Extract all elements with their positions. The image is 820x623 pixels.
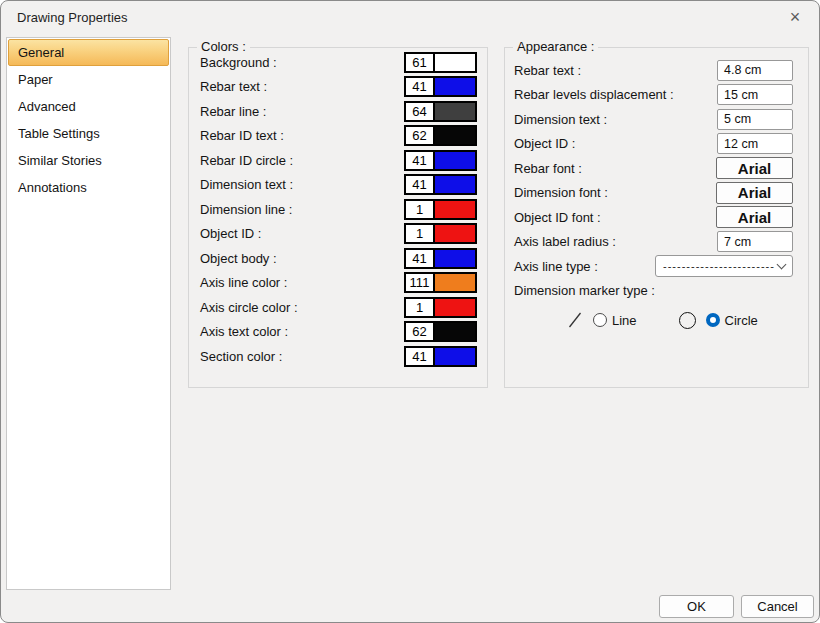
color-row-label: Rebar text :	[200, 79, 267, 94]
object-id-label: Object ID :	[514, 136, 575, 151]
sidebar-item-paper[interactable]: Paper	[8, 66, 169, 93]
drawing-properties-dialog: Drawing Properties × GeneralPaperAdvance…	[0, 0, 820, 623]
appearance-group-title: Appearance :	[513, 39, 598, 54]
rebar-levels-displacement-input[interactable]: 15 cm	[717, 84, 793, 105]
appearance-row: Rebar font : Arial	[514, 156, 793, 181]
color-value-box[interactable]: 41	[404, 76, 477, 97]
color-value-box[interactable]: 62	[404, 125, 477, 146]
axis-line-type-label: Axis line type :	[514, 259, 598, 274]
color-swatch[interactable]	[435, 323, 475, 340]
color-row: Dimension line :1	[200, 197, 477, 222]
radio-circle[interactable]	[706, 313, 720, 327]
color-number-field[interactable]: 111	[406, 274, 435, 291]
color-row: Dimension text :41	[200, 173, 477, 198]
color-number-field[interactable]: 41	[406, 152, 435, 169]
color-row-label: Object ID :	[200, 226, 261, 241]
object-id-input[interactable]: 12 cm	[717, 133, 793, 154]
color-value-box[interactable]: 41	[404, 248, 477, 269]
color-swatch[interactable]	[435, 103, 475, 120]
color-row: Section color :41	[200, 344, 477, 369]
color-swatch[interactable]	[435, 348, 475, 365]
axis-label-radius-label: Axis label radius :	[514, 234, 616, 249]
radio-line-label: Line	[612, 313, 637, 328]
color-number-field[interactable]: 41	[406, 348, 435, 365]
color-swatch[interactable]	[435, 225, 475, 242]
color-swatch[interactable]	[435, 127, 475, 144]
color-swatch[interactable]	[435, 152, 475, 169]
axis-line-type-select[interactable]: ------------------------	[655, 255, 793, 277]
appearance-row: Axis line type : -----------------------…	[514, 254, 793, 279]
object-id-font-label: Object ID font :	[514, 210, 601, 225]
cancel-button[interactable]: Cancel	[741, 595, 814, 618]
color-number-field[interactable]: 1	[406, 299, 435, 316]
color-swatch[interactable]	[435, 54, 475, 71]
sidebar-item-general[interactable]: General	[8, 39, 169, 66]
circle-marker-icon	[679, 312, 696, 329]
sidebar-item-annotations[interactable]: Annotations	[8, 174, 169, 201]
sidebar: GeneralPaperAdvancedTable SettingsSimila…	[6, 37, 171, 590]
appearance-row: Rebar text : 4.8 cm	[514, 58, 793, 83]
color-value-box[interactable]: 62	[404, 321, 477, 342]
close-icon[interactable]: ×	[779, 4, 811, 30]
color-value-box[interactable]: 41	[404, 150, 477, 171]
color-number-field[interactable]: 61	[406, 54, 435, 71]
color-row: Rebar ID circle :41	[200, 148, 477, 173]
color-number-field[interactable]: 64	[406, 103, 435, 120]
rebar-font-button[interactable]: Arial	[716, 157, 793, 179]
color-row-label: Section color :	[200, 349, 282, 364]
appearance-group: Appearance : Rebar text : 4.8 cm Rebar l…	[504, 47, 809, 388]
rebar-levels-displacement-label: Rebar levels displacement :	[514, 87, 674, 102]
color-row-label: Object body :	[200, 251, 277, 266]
color-swatch[interactable]	[435, 176, 475, 193]
sidebar-item-advanced[interactable]: Advanced	[8, 93, 169, 120]
appearance-row: Dimension marker type :	[514, 279, 793, 304]
color-number-field[interactable]: 41	[406, 250, 435, 267]
color-number-field[interactable]: 1	[406, 225, 435, 242]
color-row: Axis line color :111	[200, 271, 477, 296]
object-id-font-button[interactable]: Arial	[716, 206, 793, 228]
color-row-label: Axis text color :	[200, 324, 288, 339]
dimension-text-input[interactable]: 5 cm	[717, 109, 793, 130]
color-swatch[interactable]	[435, 250, 475, 267]
dimension-font-button[interactable]: Arial	[716, 182, 793, 204]
dimension-marker-type-label: Dimension marker type :	[514, 283, 655, 298]
color-number-field[interactable]: 62	[406, 323, 435, 340]
rebar-text-label: Rebar text :	[514, 63, 581, 78]
rebar-text-input[interactable]: 4.8 cm	[717, 60, 793, 81]
color-row-label: Background :	[200, 55, 277, 70]
dimension-font-label: Dimension font :	[514, 185, 608, 200]
dimension-marker-options: Line Circle	[514, 303, 793, 337]
color-swatch[interactable]	[435, 274, 475, 291]
color-value-box[interactable]: 41	[404, 346, 477, 367]
color-value-box[interactable]: 64	[404, 101, 477, 122]
color-row-label: Axis circle color :	[200, 300, 298, 315]
color-row-label: Dimension line :	[200, 202, 293, 217]
color-swatch[interactable]	[435, 78, 475, 95]
radio-line[interactable]	[593, 313, 607, 327]
appearance-row: Object ID font : Arial	[514, 205, 793, 230]
color-swatch[interactable]	[435, 299, 475, 316]
color-value-box[interactable]: 41	[404, 174, 477, 195]
color-row: Rebar ID text :62	[200, 124, 477, 149]
color-row-label: Axis line color :	[200, 275, 287, 290]
colors-group-title: Colors :	[197, 39, 250, 54]
color-number-field[interactable]: 1	[406, 201, 435, 218]
color-number-field[interactable]: 62	[406, 127, 435, 144]
color-value-box[interactable]: 1	[404, 199, 477, 220]
color-number-field[interactable]: 41	[406, 78, 435, 95]
sidebar-item-similar-stories[interactable]: Similar Stories	[8, 147, 169, 174]
color-swatch[interactable]	[435, 201, 475, 218]
color-row-label: Rebar line :	[200, 104, 266, 119]
appearance-row: Dimension text : 5 cm	[514, 107, 793, 132]
color-value-box[interactable]: 1	[404, 297, 477, 318]
color-value-box[interactable]: 61	[404, 52, 477, 73]
appearance-row: Axis label radius : 7 cm	[514, 230, 793, 255]
axis-label-radius-input[interactable]: 7 cm	[717, 231, 793, 252]
sidebar-item-table-settings[interactable]: Table Settings	[8, 120, 169, 147]
ok-button[interactable]: OK	[659, 595, 734, 618]
color-number-field[interactable]: 41	[406, 176, 435, 193]
color-row-label: Dimension text :	[200, 177, 293, 192]
chevron-down-icon	[777, 260, 787, 270]
color-value-box[interactable]: 1	[404, 223, 477, 244]
color-value-box[interactable]: 111	[404, 272, 477, 293]
